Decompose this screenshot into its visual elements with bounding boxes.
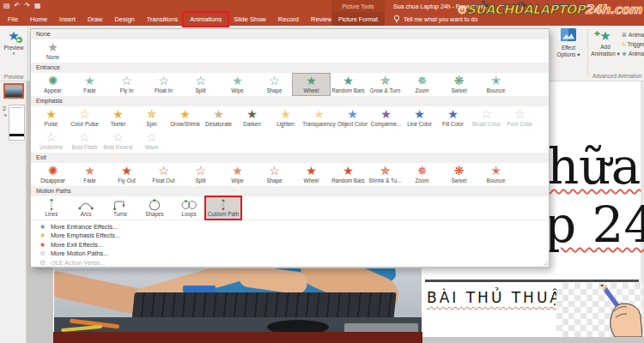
- slide-photo-laptop-repair[interactable]: [54, 268, 422, 333]
- animation-item-compleme[interactable]: ★Compleme...: [369, 107, 403, 129]
- slide-subtitle-text[interactable]: BÀI THỦ THUẬT: [427, 289, 574, 306]
- effect-options-icon: [561, 28, 576, 45]
- animation-item-line-color[interactable]: ★Line Color: [403, 107, 436, 129]
- slide-title-text-partial-2[interactable]: p 24: [544, 196, 644, 254]
- animation-item-label: Loops: [181, 211, 196, 217]
- animation-item-grow-shrink[interactable]: ★Grow/Shrink: [168, 107, 202, 129]
- link-more-entrance-effects[interactable]: ★More Entrance Effects...: [31, 222, 549, 232]
- animation-item-shape[interactable]: ☆Shape: [256, 74, 293, 95]
- star-outline-icon: ☆: [146, 131, 157, 144]
- animation-item-random-bars[interactable]: ★Random Bars: [330, 74, 367, 95]
- gallery-section-none: None: [31, 29, 549, 39]
- dropdown-resize-handle[interactable]: [543, 261, 548, 266]
- animation-item-spin[interactable]: ✯Spin: [135, 107, 168, 129]
- add-animation-button[interactable]: ★✚ Add Animation ▾: [590, 28, 621, 57]
- tab-file[interactable]: File: [2, 13, 24, 26]
- animation-item-float-in[interactable]: ☆Float In: [145, 74, 182, 95]
- slide-2-thumbnail[interactable]: ::::: [9, 105, 25, 141]
- animation-item-shape[interactable]: ☆Shape: [256, 164, 293, 185]
- slide-divider-line[interactable]: [425, 280, 639, 282]
- animation-item-label: Float In: [155, 87, 173, 93]
- animation-pane-button[interactable]: ≣Animation Pane: [622, 30, 644, 39]
- animation-item-split[interactable]: ☆Split: [182, 74, 219, 95]
- animation-item-disappear[interactable]: ✺Disappear: [34, 164, 71, 185]
- animation-item-label: Underline: [39, 144, 63, 150]
- redo-icon[interactable]: ↷: [24, 0, 30, 12]
- animation-item-wheel[interactable]: ★Wheel: [293, 164, 330, 185]
- animation-item-fade[interactable]: ★Fade: [71, 74, 108, 95]
- animation-item-wheel[interactable]: ★Wheel: [293, 74, 330, 95]
- zoom-icon: ✵: [417, 75, 428, 87]
- hand-pencil-illustration[interactable]: [567, 285, 642, 337]
- animation-painter-button[interactable]: ✬Animation Painter: [622, 49, 644, 58]
- animation-item-lighten[interactable]: ★Lighten: [269, 107, 302, 129]
- tab-record[interactable]: Record: [272, 13, 305, 26]
- animation-item-bounce[interactable]: ✭Bounce: [477, 164, 514, 185]
- save-icon[interactable]: ▤: [3, 0, 10, 12]
- link-label: More Entrance Effects...: [51, 223, 118, 231]
- gallery-section-motion-paths: Motion Paths: [31, 186, 549, 196]
- animation-item-swivel[interactable]: ❋Swivel: [440, 74, 477, 95]
- slideshow-icon[interactable]: ▦: [34, 0, 41, 12]
- tab-slide-show[interactable]: Slide Show: [228, 13, 272, 26]
- tab-animations[interactable]: Animations: [184, 13, 228, 26]
- animation-item-shrink-tu[interactable]: ✯Shrink & Tu...: [367, 164, 404, 185]
- star-outline-icon: ☆: [158, 75, 169, 87]
- link-more-emphasis-effects[interactable]: ★More Emphasis Effects...: [31, 232, 549, 241]
- preview-button[interactable]: ★▶ Preview ▾: [0, 26, 27, 56]
- animation-item-fade[interactable]: ★Fade: [71, 164, 108, 185]
- animation-item-fly-in[interactable]: ☆Fly In: [108, 74, 145, 95]
- animation-item-pulse[interactable]: ★Pulse: [34, 107, 68, 129]
- animation-item-wipe[interactable]: ★Wipe: [219, 164, 256, 185]
- animation-item-object-color[interactable]: ★Object Color: [336, 107, 369, 129]
- animation-item-label: Zoom: [415, 87, 428, 93]
- animation-item-desaturate[interactable]: ★Desaturate: [202, 107, 235, 129]
- animation-item-float-out[interactable]: ☆Float Out: [145, 164, 182, 185]
- animation-item-grow-turn[interactable]: ✯Grow & Turn: [367, 74, 404, 95]
- slide-1-thumbnail[interactable]: [3, 83, 24, 99]
- animation-item-label: Fade: [83, 87, 95, 93]
- photo-blue-part: [183, 286, 216, 292]
- animation-item-bounce[interactable]: ✭Bounce: [477, 74, 514, 95]
- tab-draw[interactable]: Draw: [82, 13, 109, 26]
- undo-icon[interactable]: ↶: [15, 0, 21, 12]
- animation-item-teeter[interactable]: ★Teeter: [101, 107, 135, 129]
- animation-item-custom-path[interactable]: Custom Path: [206, 197, 240, 219]
- tab-transitions[interactable]: Transitions: [141, 13, 184, 26]
- animation-item-fill-color[interactable]: ★Fill Color: [436, 107, 470, 129]
- link-more-motion-paths[interactable]: ☆More Motion Paths...: [31, 250, 549, 259]
- animation-item-wipe[interactable]: ★Wipe: [219, 74, 256, 95]
- animation-item-split[interactable]: ☆Split: [182, 164, 219, 185]
- zoom-icon: ✵: [417, 165, 428, 178]
- link-more-exit-effects[interactable]: ★More Exit Effects...: [31, 240, 549, 250]
- animation-item-arcs[interactable]: Arcs: [69, 197, 103, 219]
- animation-item-color-pulse[interactable]: ☆Color Pulse: [68, 107, 101, 129]
- effect-options-button[interactable]: Effect Options ▾: [550, 28, 586, 57]
- animation-item-none[interactable]: ★None: [34, 40, 71, 62]
- animation-item-shapes[interactable]: Shapes: [137, 197, 172, 219]
- animation-item-transparency[interactable]: ★Transparency: [302, 107, 336, 129]
- star-outline-icon: ☆: [195, 165, 206, 178]
- tab-insert[interactable]: Insert: [53, 13, 82, 26]
- animation-item-zoom[interactable]: ✵Zoom: [404, 74, 440, 95]
- animation-item-zoom[interactable]: ✵Zoom: [404, 164, 440, 185]
- slide-title-text-partial-1[interactable]: hữa: [547, 137, 641, 196]
- gallery-row: ☆Underline☆Bold Flash☆Bold Reveal☆Wave: [31, 129, 549, 153]
- animation-item-appear[interactable]: ✺Appear: [34, 74, 71, 95]
- animation-item-loops[interactable]: Loops: [172, 197, 206, 219]
- animation-item-lines[interactable]: Lines: [34, 197, 69, 219]
- animation-item-swivel[interactable]: ❋Swivel: [440, 164, 477, 185]
- animation-item-turns[interactable]: Turns: [103, 197, 137, 219]
- tab-home[interactable]: Home: [24, 13, 53, 26]
- animation-item-label: None: [46, 54, 59, 60]
- star-icon: ★: [447, 108, 459, 121]
- animation-item-bold-flash: ☆Bold Flash: [68, 130, 101, 152]
- tab-design[interactable]: Design: [108, 13, 140, 26]
- animation-item-random-bars[interactable]: ★Random Bars: [330, 164, 367, 185]
- animation-item-label: Shrink & Tu...: [369, 178, 402, 184]
- animation-item-darken[interactable]: ★Darken: [235, 107, 269, 129]
- motion-path-shapes-icon: [146, 198, 163, 211]
- animation-item-fly-out[interactable]: ★Fly Out: [108, 164, 145, 185]
- trigger-button[interactable]: ϟTrigger: [622, 39, 644, 49]
- tab-picture-format[interactable]: Picture Format: [331, 12, 385, 26]
